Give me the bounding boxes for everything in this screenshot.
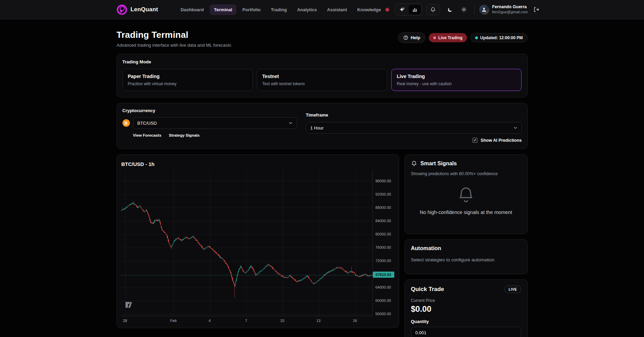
last-price-badge: 67810.83 <box>373 272 394 278</box>
nav-item-terminal[interactable]: Terminal <box>210 4 236 15</box>
brand-name: LenQuant <box>131 6 158 13</box>
user-email: fern2gue@gmail.com <box>492 10 528 15</box>
y-axis-label: 80000.00 <box>376 232 397 236</box>
view-forecasts-link[interactable]: View Forecasts <box>133 133 162 137</box>
candlestick-chart[interactable] <box>121 170 373 316</box>
y-axis-label: 56000.00 <box>376 311 397 316</box>
nav-links: Dashboard Terminal Portfolio Trading Ana… <box>176 4 385 15</box>
x-axis-label: 10 <box>280 319 284 323</box>
y-axis-label: 76000.00 <box>376 245 397 250</box>
moon-icon <box>447 7 453 13</box>
logout-icon <box>533 6 539 13</box>
nav-item-knowledge[interactable]: Knowledge <box>353 4 385 15</box>
bitcoin-icon: B <box>122 119 130 127</box>
current-price-label: Current Price <box>411 298 521 303</box>
y-axis-label: 60000.00 <box>376 298 397 303</box>
person-icon <box>481 6 487 13</box>
page-content: Trading Terminal Advanced trading interf… <box>117 19 528 337</box>
live-trading-badge: Live Trading <box>429 33 467 42</box>
timeframe-select[interactable]: 1 Hour <box>306 122 522 134</box>
x-axis-label: 7 <box>245 319 247 323</box>
chevron-down-icon <box>289 121 293 125</box>
user-menu[interactable]: Fernando Guerra fern2gue@gmail.com <box>479 4 528 14</box>
bell-icon <box>430 7 436 13</box>
nav-item-analytics[interactable]: Analytics <box>293 4 321 15</box>
current-price-value: $0.00 <box>411 304 521 314</box>
y-axis-label: 72000.00 <box>376 258 397 263</box>
page-subtitle: Advanced trading interface with live dat… <box>117 43 231 48</box>
automation-card: Automation Select strategies to configur… <box>405 239 528 274</box>
theme-toggle-button[interactable] <box>443 4 457 15</box>
x-axis-label: 16 <box>353 319 357 323</box>
top-navbar: LenQuant Dashboard Terminal Portfolio Tr… <box>0 0 644 19</box>
price-chart-card: BTC/USD - 1h 96000.00 92000.00 88000.00 … <box>117 154 399 328</box>
quick-trade-live-badge: LIVE <box>504 286 521 293</box>
automation-desc: Select strategies to configure automatio… <box>411 257 521 262</box>
nav-divider <box>474 5 474 14</box>
nav-item-trading[interactable]: Trading <box>267 4 291 15</box>
tradingview-logo-icon[interactable] <box>126 302 134 309</box>
bell-large-icon <box>457 186 475 204</box>
y-axis-label: 88000.00 <box>376 205 397 210</box>
ai-predictions-label: Show AI Predictions <box>481 138 522 143</box>
brand[interactable]: LenQuant <box>117 4 158 15</box>
chevron-down-icon <box>513 126 517 130</box>
chart-view-toggle[interactable] <box>409 5 421 14</box>
x-axis-label: 13 <box>316 319 320 323</box>
trading-mode-label: Trading Mode <box>122 59 522 64</box>
nav-item-assistant[interactable]: Assistant <box>323 4 351 15</box>
live-dot-icon <box>433 36 436 39</box>
y-axis-label: 84000.00 <box>376 218 397 223</box>
trading-mode-card: Trading Mode Paper Trading Practice with… <box>117 54 528 97</box>
pair-select[interactable]: BTC/USD <box>133 117 297 129</box>
mode-option-testnet[interactable]: Testnet Test with testnet tokens <box>257 69 387 91</box>
automation-title: Automation <box>411 245 521 251</box>
help-circle-icon <box>403 35 408 40</box>
recording-status-dot <box>385 7 390 12</box>
settings-button[interactable] <box>457 4 471 15</box>
y-axis-label: 64000.00 <box>376 285 397 290</box>
view-toggle-group <box>395 3 422 16</box>
price-axis-line <box>372 170 373 316</box>
user-name: Fernando Guerra <box>492 4 528 10</box>
page-title: Trading Terminal <box>117 30 231 40</box>
logout-button[interactable] <box>533 6 539 13</box>
quantity-input[interactable] <box>411 327 521 337</box>
time-axis-line <box>121 316 373 316</box>
help-label: Help <box>411 35 420 40</box>
x-axis-label: Feb <box>170 319 177 323</box>
chart-title: BTC/USD - 1h <box>121 161 155 167</box>
signals-subtitle: Showing predictions with 80.00%+ confide… <box>411 171 521 176</box>
cryptocurrency-label: Cryptocurrency <box>122 108 297 113</box>
lenquant-logo-icon <box>117 4 127 15</box>
x-axis-label: 4 <box>208 319 210 323</box>
nav-item-dashboard[interactable]: Dashboard <box>176 4 208 15</box>
updated-dot-icon <box>475 36 478 39</box>
market-card: Cryptocurrency B BTC/USD View Forecasts … <box>117 103 528 149</box>
mode-option-live[interactable]: Live Trading Real money - use with cauti… <box>391 69 522 91</box>
bell-icon <box>411 160 417 167</box>
bar-chart-icon <box>412 7 418 12</box>
signals-empty-text: No high-confidence signals at the moment <box>420 210 512 215</box>
updated-badge: Updated: 12:00:00 PM <box>470 33 528 42</box>
timeframe-label: Timeframe <box>306 112 522 118</box>
mode-option-paper[interactable]: Paper Trading Practice with virtual mone… <box>122 69 253 91</box>
y-axis-label: 96000.00 <box>376 179 397 183</box>
gear-icon <box>461 6 467 13</box>
x-axis-label: 28 <box>123 319 127 323</box>
help-button[interactable]: Help <box>398 32 425 43</box>
strategy-signals-link[interactable]: Strategy Signals <box>169 133 200 137</box>
nav-item-portfolio[interactable]: Portfolio <box>238 4 265 15</box>
y-axis-label: 92000.00 <box>376 192 397 197</box>
smart-signals-title: Smart Signals <box>421 160 457 167</box>
ai-sparkles-toggle[interactable] <box>396 5 409 14</box>
user-avatar <box>479 5 489 15</box>
quantity-label: Quantity <box>411 319 521 324</box>
ai-predictions-checkbox[interactable]: ✓ <box>472 138 478 143</box>
notifications-button[interactable] <box>426 4 440 15</box>
quick-trade-title: Quick Trade <box>411 286 444 293</box>
quick-trade-card: Quick Trade LIVE Current Price $0.00 Qua… <box>405 279 528 337</box>
sparkles-icon <box>399 7 405 13</box>
smart-signals-card: Smart Signals Showing predictions with 8… <box>405 154 528 234</box>
